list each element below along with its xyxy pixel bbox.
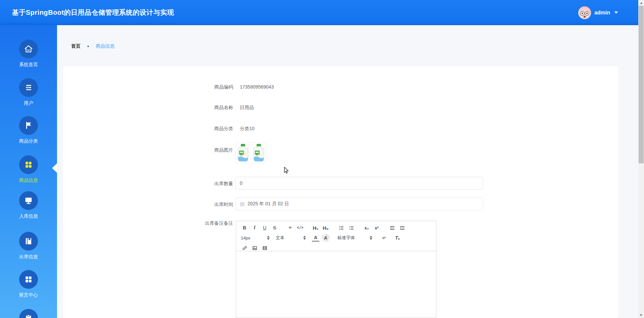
page-scrollbar[interactable]: [638, 0, 644, 318]
user-list-icon: [19, 78, 38, 97]
link-icon[interactable]: [241, 244, 248, 252]
product-image-label: 商品图片: [164, 147, 233, 153]
mouse-cursor: [284, 167, 290, 175]
book-icon: [19, 232, 38, 251]
sidebar-item-label: 商品信息: [0, 177, 57, 183]
page-title: 基于SpringBoot的日用品仓储管理系统的设计与实现: [12, 8, 174, 17]
product-image-thumbnail[interactable]: [235, 143, 266, 163]
sidebar-nav: 系统首页 用户 商品分类 商品信息: [0, 25, 57, 318]
italic-button[interactable]: I: [251, 224, 258, 231]
sidebar-item-message-center[interactable]: 留言中心: [0, 270, 57, 298]
sort-arrows-icon: [267, 236, 270, 240]
sidebar-item-inbound-info[interactable]: 入库信息: [0, 191, 57, 219]
sidebar-item-label: 系统首页: [0, 62, 57, 68]
active-item-arrow: [52, 163, 57, 173]
sort-arrows-icon: [303, 236, 306, 240]
highlight-color-button[interactable]: A: [322, 234, 329, 242]
editor-content-area[interactable]: [236, 251, 436, 318]
bold-button[interactable]: B: [241, 224, 248, 231]
font-family-value: 标准字体: [337, 235, 355, 241]
clear-format-button[interactable]: Tₓ: [394, 234, 401, 242]
scrollbar-thumb[interactable]: [639, 6, 644, 163]
user-menu[interactable]: admin: [578, 6, 618, 19]
product-code-value: 1735809569043: [240, 84, 274, 90]
product-code-label: 商品编码: [164, 84, 233, 90]
product-category-label: 商品分类: [164, 125, 233, 132]
align-icon[interactable]: [380, 234, 388, 242]
breadcrumb-current-link[interactable]: 商品信息: [96, 43, 114, 49]
grid-icon: [19, 270, 38, 289]
outbound-quantity-label: 出库数量: [164, 180, 233, 187]
font-family-select[interactable]: 标准字体: [337, 235, 372, 241]
scroll-down-icon[interactable]: [640, 314, 642, 316]
sort-arrows-icon: [370, 236, 372, 240]
paragraph-format-select[interactable]: 文本: [276, 235, 306, 241]
user-avatar[interactable]: [578, 6, 591, 19]
paragraph-format-value: 文本: [276, 235, 284, 241]
grid-icon: [19, 155, 38, 174]
product-name-label: 商品名称: [164, 104, 233, 111]
heading1-button[interactable]: H₁: [312, 224, 319, 231]
video-icon[interactable]: [261, 244, 268, 252]
scroll-up-button[interactable]: [638, 0, 644, 6]
username-label[interactable]: admin: [594, 10, 610, 16]
indent-decrease-icon[interactable]: [388, 224, 396, 231]
sidebar-item-system-home[interactable]: 系统首页: [0, 40, 57, 68]
unordered-list-icon[interactable]: [347, 224, 355, 231]
outbound-time-value: 2025 年 01 月 02 日: [248, 201, 289, 207]
product-bottles-illustration: [236, 144, 265, 162]
sidebar-item-users[interactable]: 用户: [0, 78, 57, 106]
product-category-value: 分类10: [240, 125, 255, 132]
indent-increase-icon[interactable]: [398, 224, 406, 231]
heading2-button[interactable]: H₂: [322, 224, 329, 231]
outbound-time-input[interactable]: 2025 年 01 月 02 日: [235, 198, 483, 210]
sidebar-item-label: 商品分类: [0, 138, 57, 144]
breadcrumb-separator: ●: [87, 45, 89, 48]
sidebar-item-product-info[interactable]: 商品信息: [0, 155, 57, 183]
detail-form-card: 商品编码 1735809569043 商品名称 日用品 商品分类 分类10 商品…: [63, 66, 618, 318]
sidebar-item-label: 入库信息: [0, 213, 57, 219]
sidebar-item-label: 出库信息: [0, 254, 57, 260]
breadcrumb-home-link[interactable]: 首页: [71, 43, 80, 49]
code-button[interactable]: </>: [297, 224, 304, 231]
underline-button[interactable]: U: [261, 224, 268, 231]
flag-icon: [19, 116, 38, 135]
subscript-button[interactable]: x₂: [363, 224, 370, 231]
text-color-button[interactable]: A: [312, 234, 319, 242]
scroll-up-icon: [640, 2, 643, 4]
app-header: 基于SpringBoot的日用品仓储管理系统的设计与实现 admin: [0, 0, 638, 25]
ordered-list-icon[interactable]: [337, 224, 345, 231]
sidebar-item-label: 用户: [0, 100, 57, 106]
monitor-icon: [19, 191, 38, 210]
remark-rich-text-editor: B I U S ” </> H₁ H₂: [236, 221, 436, 318]
home-icon: [19, 40, 38, 58]
image-icon[interactable]: [251, 244, 258, 252]
sidebar-item-product-category[interactable]: 商品分类: [0, 116, 57, 144]
sidebar-item-outbound-info[interactable]: 出库信息: [0, 232, 57, 260]
strikethrough-button[interactable]: S: [271, 224, 278, 231]
editor-toolbar: B I U S ” </> H₁ H₂: [236, 221, 436, 251]
sidebar-item-partial[interactable]: [0, 309, 57, 318]
clipboard-icon: [19, 309, 38, 318]
breadcrumb: 首页 ● 商品信息: [71, 43, 114, 49]
font-size-select[interactable]: 14px: [241, 235, 270, 241]
avatar-illustration: [578, 6, 591, 19]
product-name-value: 日用品: [240, 104, 254, 111]
outbound-time-label: 出库时间: [164, 201, 233, 208]
chevron-down-icon: [614, 11, 618, 14]
sidebar-item-label: 留言中心: [0, 292, 57, 298]
font-size-value: 14px: [241, 235, 250, 241]
outbound-quantity-input[interactable]: [235, 177, 483, 190]
blockquote-button[interactable]: ”: [286, 224, 294, 231]
calendar-icon: [240, 202, 245, 207]
outbound-remark-label: 出库备注备注: [164, 220, 233, 226]
superscript-button[interactable]: x²: [373, 224, 380, 231]
